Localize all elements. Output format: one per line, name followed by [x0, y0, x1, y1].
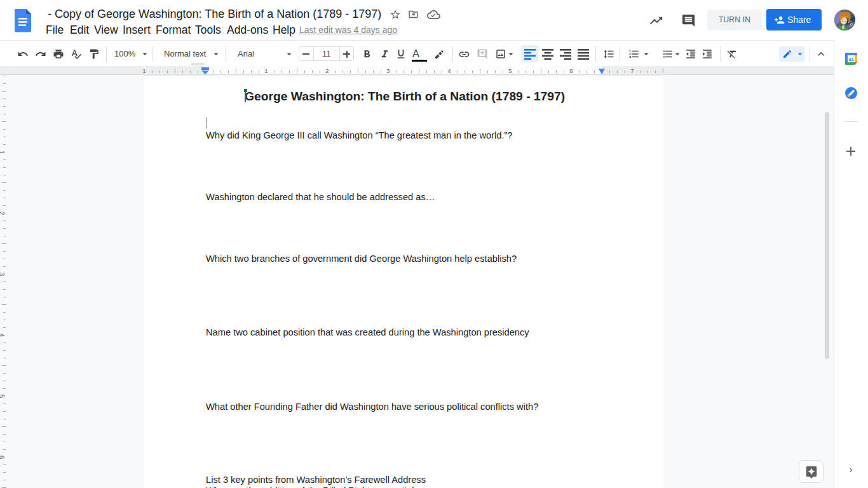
svg-text:31: 31 [848, 57, 854, 62]
